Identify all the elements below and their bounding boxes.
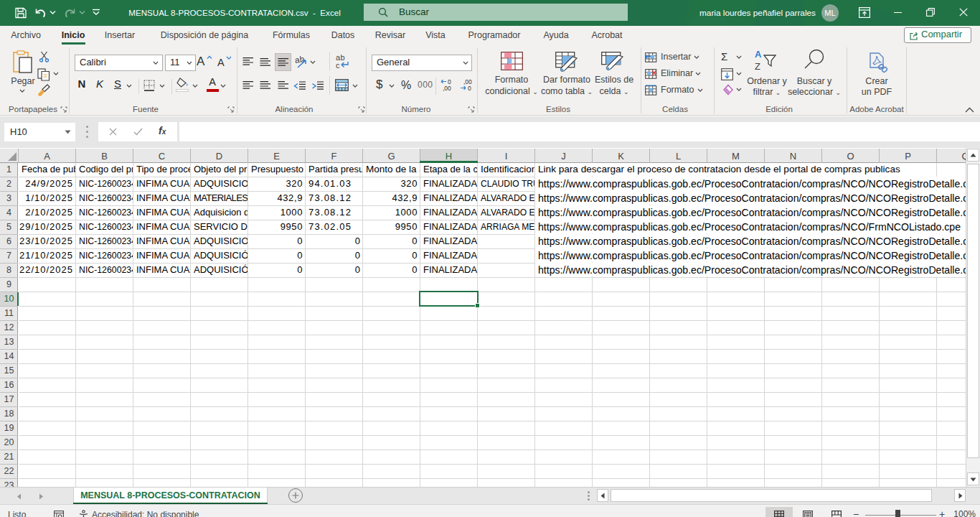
svg-text:0: 0 (468, 85, 471, 92)
svg-text:,00: ,00 (443, 85, 451, 92)
